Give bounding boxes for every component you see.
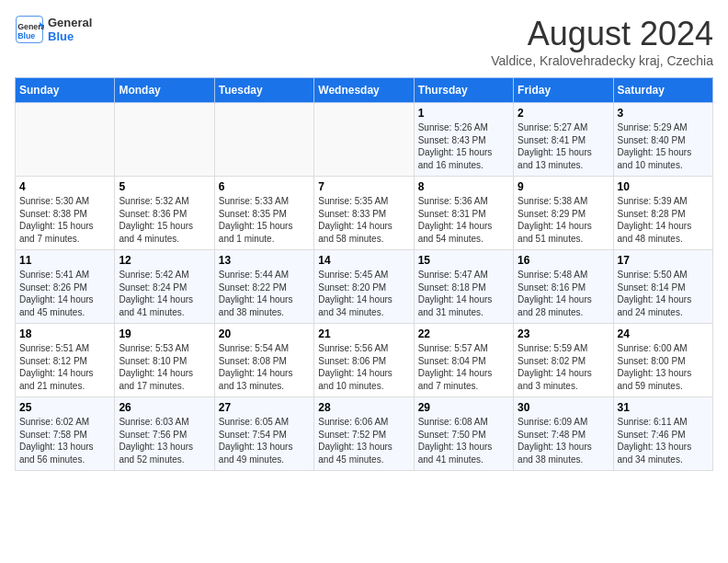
calendar-cell: 30Sunrise: 6:09 AM Sunset: 7:48 PM Dayli… [514, 397, 613, 471]
day-number: 6 [219, 180, 310, 193]
calendar-cell: 31Sunrise: 6:11 AM Sunset: 7:46 PM Dayli… [613, 397, 712, 471]
day-info: Sunrise: 6:02 AM Sunset: 7:58 PM Dayligh… [19, 416, 110, 465]
day-number: 19 [119, 327, 210, 340]
day-number: 30 [518, 401, 609, 414]
day-number: 9 [518, 180, 609, 193]
day-number: 13 [219, 254, 310, 267]
calendar-cell: 16Sunrise: 5:48 AM Sunset: 8:16 PM Dayli… [514, 250, 613, 324]
day-number: 4 [19, 180, 110, 193]
day-number: 18 [19, 327, 110, 340]
calendar-cell: 17Sunrise: 5:50 AM Sunset: 8:14 PM Dayli… [613, 250, 712, 324]
day-info: Sunrise: 5:35 AM Sunset: 8:33 PM Dayligh… [318, 195, 409, 245]
day-number: 14 [318, 254, 409, 267]
calendar-cell: 6Sunrise: 5:33 AM Sunset: 8:35 PM Daylig… [214, 177, 313, 250]
calendar-week-1: 1Sunrise: 5:26 AM Sunset: 8:43 PM Daylig… [16, 103, 713, 177]
month-title: August 2024 [491, 15, 713, 53]
day-number: 26 [119, 401, 210, 414]
day-number: 3 [618, 107, 709, 120]
day-info: Sunrise: 6:08 AM Sunset: 7:50 PM Dayligh… [418, 416, 509, 465]
header-thursday: Thursday [414, 78, 513, 103]
day-info: Sunrise: 5:59 AM Sunset: 8:02 PM Dayligh… [518, 342, 609, 392]
day-info: Sunrise: 5:38 AM Sunset: 8:29 PM Dayligh… [518, 195, 609, 245]
logo-text-line1: General [48, 16, 92, 29]
calendar-cell: 2Sunrise: 5:27 AM Sunset: 8:41 PM Daylig… [514, 103, 613, 177]
calendar-cell: 3Sunrise: 5:29 AM Sunset: 8:40 PM Daylig… [613, 103, 712, 177]
day-number: 8 [418, 180, 509, 193]
calendar-cell: 13Sunrise: 5:44 AM Sunset: 8:22 PM Dayli… [214, 250, 313, 324]
day-number: 2 [518, 107, 609, 120]
day-number: 24 [618, 327, 709, 340]
svg-text:Blue: Blue [17, 31, 35, 40]
calendar-cell: 24Sunrise: 6:00 AM Sunset: 8:00 PM Dayli… [613, 324, 712, 397]
day-number: 1 [418, 107, 509, 120]
day-info: Sunrise: 5:26 AM Sunset: 8:43 PM Dayligh… [418, 121, 509, 171]
day-info: Sunrise: 5:54 AM Sunset: 8:08 PM Dayligh… [219, 342, 310, 392]
day-info: Sunrise: 5:50 AM Sunset: 8:14 PM Dayligh… [618, 269, 709, 318]
day-number: 22 [418, 327, 509, 340]
day-info: Sunrise: 5:47 AM Sunset: 8:18 PM Dayligh… [418, 269, 509, 318]
calendar-cell: 4Sunrise: 5:30 AM Sunset: 8:38 PM Daylig… [16, 177, 115, 250]
day-info: Sunrise: 5:29 AM Sunset: 8:40 PM Dayligh… [618, 121, 709, 171]
calendar-cell: 21Sunrise: 5:56 AM Sunset: 8:06 PM Dayli… [314, 324, 414, 397]
calendar-week-3: 11Sunrise: 5:41 AM Sunset: 8:26 PM Dayli… [16, 250, 713, 324]
calendar-week-4: 18Sunrise: 5:51 AM Sunset: 8:12 PM Dayli… [16, 324, 713, 397]
day-number: 21 [318, 327, 409, 340]
day-info: Sunrise: 6:05 AM Sunset: 7:54 PM Dayligh… [219, 416, 310, 465]
day-info: Sunrise: 5:44 AM Sunset: 8:22 PM Dayligh… [219, 269, 310, 318]
day-info: Sunrise: 5:27 AM Sunset: 8:41 PM Dayligh… [518, 121, 609, 171]
calendar-cell: 7Sunrise: 5:35 AM Sunset: 8:33 PM Daylig… [314, 177, 414, 250]
day-number: 17 [618, 254, 709, 267]
day-number: 28 [318, 401, 409, 414]
day-info: Sunrise: 5:36 AM Sunset: 8:31 PM Dayligh… [418, 195, 509, 245]
day-info: Sunrise: 5:41 AM Sunset: 8:26 PM Dayligh… [19, 269, 110, 318]
calendar-cell: 29Sunrise: 6:08 AM Sunset: 7:50 PM Dayli… [414, 397, 513, 471]
day-info: Sunrise: 5:56 AM Sunset: 8:06 PM Dayligh… [318, 342, 409, 392]
calendar-table: SundayMondayTuesdayWednesdayThursdayFrid… [15, 77, 713, 471]
calendar-cell [115, 103, 214, 177]
day-info: Sunrise: 5:45 AM Sunset: 8:20 PM Dayligh… [318, 269, 409, 318]
day-number: 5 [119, 180, 210, 193]
calendar-cell: 28Sunrise: 6:06 AM Sunset: 7:52 PM Dayli… [314, 397, 414, 471]
day-number: 25 [19, 401, 110, 414]
day-number: 15 [418, 254, 509, 267]
header-sunday: Sunday [16, 78, 115, 103]
day-info: Sunrise: 5:53 AM Sunset: 8:10 PM Dayligh… [119, 342, 210, 392]
day-number: 7 [318, 180, 409, 193]
day-info: Sunrise: 6:03 AM Sunset: 7:56 PM Dayligh… [119, 416, 210, 465]
day-info: Sunrise: 6:00 AM Sunset: 8:00 PM Dayligh… [618, 342, 709, 392]
day-number: 10 [618, 180, 709, 193]
day-info: Sunrise: 6:11 AM Sunset: 7:46 PM Dayligh… [618, 416, 709, 465]
calendar-header-row: SundayMondayTuesdayWednesdayThursdayFrid… [16, 78, 713, 103]
day-info: Sunrise: 5:48 AM Sunset: 8:16 PM Dayligh… [518, 269, 609, 318]
calendar-week-5: 25Sunrise: 6:02 AM Sunset: 7:58 PM Dayli… [16, 397, 713, 471]
day-info: Sunrise: 5:33 AM Sunset: 8:35 PM Dayligh… [219, 195, 310, 245]
calendar-cell: 27Sunrise: 6:05 AM Sunset: 7:54 PM Dayli… [214, 397, 313, 471]
day-number: 31 [618, 401, 709, 414]
day-number: 29 [418, 401, 509, 414]
calendar-cell [314, 103, 414, 177]
header-friday: Friday [514, 78, 613, 103]
calendar-cell: 22Sunrise: 5:57 AM Sunset: 8:04 PM Dayli… [414, 324, 513, 397]
logo-text-line2: Blue [48, 29, 92, 43]
page-header: General Blue General Blue August 2024 Va… [15, 15, 713, 68]
calendar-cell: 14Sunrise: 5:45 AM Sunset: 8:20 PM Dayli… [314, 250, 414, 324]
calendar-cell: 1Sunrise: 5:26 AM Sunset: 8:43 PM Daylig… [414, 103, 513, 177]
day-number: 16 [518, 254, 609, 267]
day-info: Sunrise: 5:57 AM Sunset: 8:04 PM Dayligh… [418, 342, 509, 392]
calendar-cell: 26Sunrise: 6:03 AM Sunset: 7:56 PM Dayli… [115, 397, 214, 471]
day-info: Sunrise: 5:51 AM Sunset: 8:12 PM Dayligh… [19, 342, 110, 392]
location: Valdice, Kralovehradecky kraj, Czechia [491, 53, 713, 68]
day-number: 27 [219, 401, 310, 414]
calendar-cell: 8Sunrise: 5:36 AM Sunset: 8:31 PM Daylig… [414, 177, 513, 250]
day-number: 11 [19, 254, 110, 267]
day-info: Sunrise: 5:32 AM Sunset: 8:36 PM Dayligh… [119, 195, 210, 245]
header-saturday: Saturday [613, 78, 712, 103]
logo-icon: General Blue [15, 15, 44, 44]
calendar-cell: 19Sunrise: 5:53 AM Sunset: 8:10 PM Dayli… [115, 324, 214, 397]
day-number: 12 [119, 254, 210, 267]
day-info: Sunrise: 6:09 AM Sunset: 7:48 PM Dayligh… [518, 416, 609, 465]
calendar-cell: 20Sunrise: 5:54 AM Sunset: 8:08 PM Dayli… [214, 324, 313, 397]
header-wednesday: Wednesday [314, 78, 414, 103]
calendar-week-2: 4Sunrise: 5:30 AM Sunset: 8:38 PM Daylig… [16, 177, 713, 250]
title-block: August 2024 Valdice, Kralovehradecky kra… [491, 15, 713, 68]
